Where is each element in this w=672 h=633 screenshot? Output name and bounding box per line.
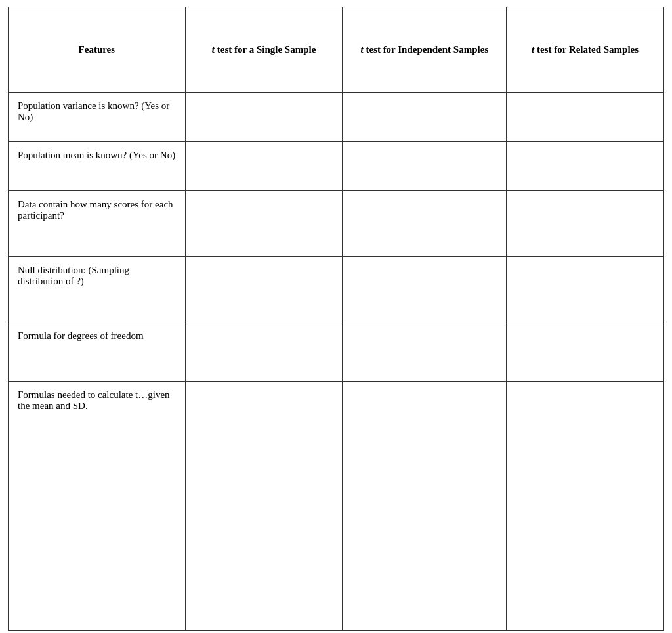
header-independent-label: test for Independent Samples (364, 44, 489, 55)
cell-variance-single (185, 93, 343, 142)
cell-variance-feature: Population variance is known? (Yes or No… (9, 93, 186, 142)
scores-label: Data contain how many scores for each pa… (18, 199, 173, 221)
cell-formulas-related (507, 382, 664, 631)
cell-formulas-independent (343, 382, 507, 631)
cell-null-independent (343, 257, 507, 322)
table-row-formulas: Formulas needed to calculate t…given the… (9, 382, 664, 631)
comparison-table: Features t test for a Single Sample t te… (8, 7, 664, 631)
cell-df-feature: Formula for degrees of freedom (9, 322, 186, 382)
cell-scores-single (185, 191, 343, 257)
table-row-null: Null distribution: (Sampling distributio… (9, 257, 664, 322)
cell-mean-independent (343, 142, 507, 191)
header-independent-samples: t test for Independent Samples (343, 7, 507, 93)
header-features: Features (9, 7, 186, 93)
cell-scores-independent (343, 191, 507, 257)
table-row-mean: Population mean is known? (Yes or No) (9, 142, 664, 191)
table-row-df: Formula for degrees of freedom (9, 322, 664, 382)
cell-variance-independent (343, 93, 507, 142)
table-header-row: Features t test for a Single Sample t te… (9, 7, 664, 93)
table-row-variance: Population variance is known? (Yes or No… (9, 93, 664, 142)
header-single-label: test for a Single Sample (215, 44, 316, 55)
cell-variance-related (507, 93, 664, 142)
cell-df-related (507, 322, 664, 382)
cell-null-related (507, 257, 664, 322)
null-label: Null distribution: (Sampling distributio… (18, 265, 129, 286)
cell-null-feature: Null distribution: (Sampling distributio… (9, 257, 186, 322)
page-container: Features t test for a Single Sample t te… (0, 0, 672, 633)
header-single-sample: t test for a Single Sample (185, 7, 343, 93)
variance-label: Population variance is known? (Yes or No… (18, 100, 169, 122)
header-features-label: Features (79, 44, 116, 55)
cell-mean-single (185, 142, 343, 191)
cell-scores-feature: Data contain how many scores for each pa… (9, 191, 186, 257)
cell-null-single (185, 257, 343, 322)
cell-df-independent (343, 322, 507, 382)
cell-formulas-feature: Formulas needed to calculate t…given the… (9, 382, 186, 631)
cell-mean-feature: Population mean is known? (Yes or No) (9, 142, 186, 191)
df-label: Formula for degrees of freedom (18, 330, 144, 341)
table-row-scores: Data contain how many scores for each pa… (9, 191, 664, 257)
cell-mean-related (507, 142, 664, 191)
header-related-label: test for Related Samples (534, 44, 639, 55)
mean-label: Population mean is known? (Yes or No) (18, 150, 175, 160)
cell-formulas-single (185, 382, 343, 631)
header-related-samples: t test for Related Samples (507, 7, 664, 93)
cell-scores-related (507, 191, 664, 257)
formulas-label: Formulas needed to calculate t…given the… (18, 389, 170, 411)
cell-df-single (185, 322, 343, 382)
